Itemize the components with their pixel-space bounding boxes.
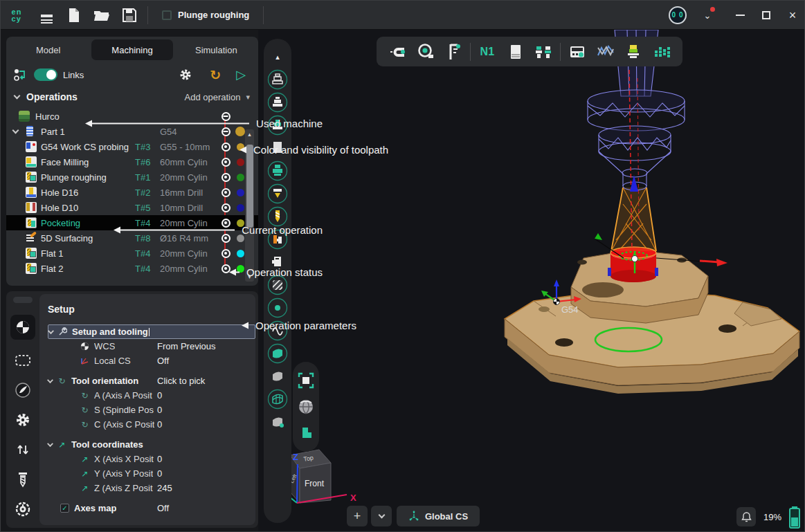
open-file-button[interactable] [88, 4, 116, 26]
operation-row[interactable]: Face Milling T#6 60mm Cylin [6, 154, 258, 169]
operation-status-toggle[interactable] [221, 264, 230, 273]
operation-row[interactable]: Flat 1 T#4 20mm Cylin [6, 246, 258, 261]
statistics-button[interactable] [650, 40, 673, 64]
collapse-chevron-icon[interactable] [47, 441, 53, 447]
calculator-button[interactable] [566, 40, 589, 64]
param-row-local-cs[interactable]: Local CS Off [48, 354, 248, 368]
machine-row[interactable]: Hurco [6, 109, 258, 124]
cube-front-label[interactable]: Front [305, 479, 325, 488]
settings-gear-button[interactable] [177, 66, 195, 84]
operation-status-toggle[interactable] [221, 234, 230, 243]
param-row-axes-map[interactable]: ✓ Axes map Off [48, 501, 248, 515]
toolpath-color-dot[interactable] [237, 189, 244, 196]
caliper-button[interactable] [442, 40, 465, 64]
show-curves-button[interactable] [267, 322, 288, 339]
scrollbar-thumb[interactable] [246, 145, 253, 228]
toolpath-color-dot[interactable] [237, 265, 244, 273]
notifications-dropdown[interactable]: ⌄ [699, 9, 716, 21]
param-row-axis-z[interactable]: ↗ Z (Axis Z Posit 245 [48, 481, 248, 495]
tab-machining[interactable]: Machining [91, 39, 172, 60]
collapse-chevron-icon[interactable] [47, 377, 53, 383]
param-value[interactable]: 0 [157, 405, 162, 415]
collapse-chevron-icon[interactable] [12, 127, 19, 134]
snap-button[interactable] [386, 40, 409, 64]
report-button[interactable] [504, 40, 527, 64]
param-value[interactable]: Off [157, 356, 169, 366]
rail-item-tool[interactable] [14, 470, 32, 488]
orbit-view-button[interactable] [296, 398, 316, 415]
show-drill-button[interactable] [267, 208, 288, 225]
param-row-wcs[interactable]: WCS From Previous [48, 339, 248, 354]
run-button[interactable]: ▷ [236, 67, 246, 82]
add-cs-button[interactable]: + [347, 506, 368, 526]
collapse-chevron-icon[interactable] [48, 328, 54, 334]
show-solids-button[interactable] [267, 414, 288, 430]
maximize-button[interactable] [753, 4, 779, 26]
rail-item-feeds[interactable] [14, 500, 32, 518]
viewport-3d[interactable]: G54 Front Top Left Z Y X ▴ [258, 30, 805, 532]
toolpath-color-dot[interactable] [237, 250, 244, 257]
add-operation-button[interactable]: Add operation▾ [185, 92, 250, 102]
show-surfaces-button[interactable] [267, 345, 288, 362]
rail-item-order[interactable] [14, 441, 32, 459]
save-button[interactable] [116, 4, 143, 26]
operation-row-selected[interactable]: Pocketing T#4 20mm Cylin [6, 215, 258, 230]
param-group-setup-tooling[interactable]: Setup and tooling [48, 324, 255, 339]
show-holder-outline-button[interactable] [267, 71, 288, 88]
scroll-up-icon[interactable]: ▴ [245, 131, 254, 138]
toolbar-scroll-up[interactable]: ▴ [267, 48, 288, 65]
operation-row[interactable]: Hole D10 T#5 10mm Drill [6, 200, 258, 215]
cs-dropdown-button[interactable] [371, 506, 392, 526]
operation-status-toggle[interactable] [221, 203, 230, 212]
param-value[interactable]: 0 [157, 468, 162, 479]
toolpath-color-dot[interactable] [235, 127, 245, 136]
param-row-axis-a[interactable]: ↻ A (Axis A Posit 0 [48, 388, 248, 403]
regenerate-button[interactable]: ↻ [210, 67, 221, 83]
show-machine-head-button[interactable] [267, 117, 288, 134]
rail-item-strategy[interactable] [14, 381, 32, 399]
operation-status-toggle[interactable] [221, 249, 230, 258]
part-row[interactable]: Part 1 G54 [6, 124, 258, 139]
operation-status-toggle[interactable] [221, 188, 230, 197]
show-holder-button[interactable] [267, 94, 288, 111]
section-view-button[interactable] [296, 425, 316, 442]
tab-model[interactable]: Model [8, 39, 89, 60]
operation-status-toggle[interactable] [221, 158, 230, 167]
toolpath-color-dot[interactable] [237, 174, 244, 181]
toolpath-color-dot[interactable] [237, 143, 244, 151]
new-file-button[interactable] [60, 4, 88, 26]
nc-code-button[interactable]: N1 [476, 40, 499, 64]
param-value[interactable]: 0 [157, 390, 162, 401]
app-logo[interactable]: ency [1, 8, 33, 22]
param-group-tool-coordinates[interactable]: ↗ Tool coordinates [48, 437, 248, 452]
param-value[interactable]: 0 [157, 419, 162, 430]
show-part-button[interactable] [267, 231, 288, 248]
operation-visibility-toggle[interactable] [221, 127, 230, 136]
param-group-tool-orientation[interactable]: ↻ Tool orientation Click to pick [48, 374, 248, 388]
show-fixture-button[interactable] [267, 254, 288, 270]
operation-row[interactable]: 5D Surfacing T#8 Ø16 R4 mm [6, 230, 258, 246]
operation-status-toggle[interactable] [221, 219, 230, 228]
param-row-axis-y[interactable]: ↗ Y (Axis Y Posit 0 [48, 466, 248, 481]
param-value[interactable]: Off [157, 503, 169, 513]
hamburger-menu-button[interactable] [33, 4, 60, 26]
param-row-axis-c[interactable]: ↻ C (Axis C Posit 0 [48, 417, 248, 432]
tool-compare-button[interactable] [532, 40, 555, 64]
global-cs-button[interactable]: Global CS [397, 506, 480, 526]
toolpath-color-dot[interactable] [237, 235, 244, 242]
links-toggle[interactable] [34, 68, 57, 81]
param-value[interactable]: 245 [157, 483, 172, 493]
show-mesh-button[interactable] [267, 391, 288, 407]
show-tool-assembly-button[interactable] [267, 163, 288, 179]
minimize-button[interactable] [727, 4, 753, 26]
tree-scrollbar[interactable]: ▴ ▾ [245, 129, 254, 282]
toolpath-color-dot[interactable] [237, 158, 244, 166]
show-tool-tip-button[interactable] [267, 185, 288, 202]
show-hatching-button[interactable] [267, 277, 288, 293]
fit-view-button[interactable] [296, 372, 316, 389]
param-value[interactable]: 0 [157, 454, 162, 464]
param-row-spindle[interactable]: ↻ S (Spindle Pos 0 [48, 403, 248, 417]
toolpath-color-dot[interactable] [237, 219, 244, 227]
rail-handle[interactable] [13, 297, 33, 303]
operation-status-toggle[interactable] [221, 143, 230, 152]
